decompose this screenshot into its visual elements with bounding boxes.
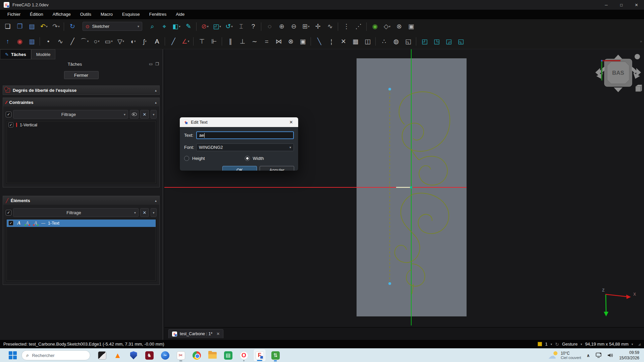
3d-viewport[interactable]: BAS Z X [164,49,644,327]
create-arc[interactable]: ⌒▾ [79,36,90,47]
refresh[interactable]: ↻ [67,21,78,32]
menu-item[interactable]: Édition [25,10,48,18]
tab-taches[interactable]: ✎ Tâches [0,49,31,59]
toggle-construction[interactable]: ╲ [314,36,325,47]
spreadsheet-icon[interactable]: ▤ [222,349,234,362]
internal-alignment[interactable]: ▣ [297,36,309,47]
dialog-title-bar[interactable]: F Edit Text ✕ [180,117,298,127]
height-radio[interactable]: Height [184,156,205,161]
menu-item[interactable]: Esquisse [117,10,145,18]
create-bspline[interactable]: ʃ▾ [139,36,151,47]
close-button[interactable]: ✕ [629,0,644,10]
undo[interactable]: ↶▾ [38,21,50,32]
element-row-1-text[interactable]: ✓ A A A — 1-Text [6,219,156,227]
layer-dropdown-icon[interactable]: ▾ [550,343,552,346]
create-rectangle[interactable]: ▭▾ [103,36,114,47]
chrome-icon[interactable] [190,349,203,362]
select-constraints[interactable]: ∴ [378,36,390,47]
constrain-tangent[interactable]: ∼ [249,36,260,47]
show-hide-constraints-button[interactable] [130,110,139,119]
constraints-settings-dropdown[interactable]: ▾ [151,110,157,119]
security-shield-icon[interactable] [127,349,140,362]
opera-icon[interactable]: O [237,349,250,362]
create-point[interactable]: • [43,36,54,47]
snipping-tool-icon[interactable]: ✂ [174,349,187,362]
nav-mini-cube-icon[interactable] [636,85,642,92]
font-dropdown[interactable]: WINGDNG2 ▾ [196,143,294,151]
weather-widget[interactable]: ☁ 10°C Ciel couvert [548,351,581,360]
minimize-button[interactable]: ─ [599,0,614,10]
view-right[interactable]: ◱ [455,36,467,47]
zoom-fit-all[interactable]: ⌕ [147,21,158,32]
create-circle[interactable]: ○▾ [91,36,102,47]
open-document[interactable]: ❐ [14,21,25,32]
create-slot[interactable]: ◖▾ [127,36,139,47]
constraints-filter-dropdown[interactable]: Filtrage ▾ [13,110,128,119]
sketch-origin-point[interactable] [410,186,413,189]
radio-circle-selected-icon[interactable] [245,156,250,161]
vlc-icon[interactable]: ▲ [111,349,124,362]
fermer-button[interactable]: Fermer [64,71,99,79]
leave-sketch[interactable]: ↑ [2,36,13,47]
extend-edge[interactable]: ⊗ [393,21,405,32]
ok-button[interactable]: OK [222,166,257,171]
menu-item[interactable]: Fenêtres [145,10,171,18]
bspline-join-curves[interactable]: ∿ [324,21,336,32]
extrude-face[interactable]: ▦ [350,36,361,47]
document-tab[interactable]: F test_Carbone : 1* ✕ [168,329,223,338]
float-panel-icon[interactable]: ▭ [149,62,153,66]
nav-up-arrow-icon[interactable] [614,55,623,59]
menu-item[interactable]: Outils [75,10,96,18]
new-document[interactable]: ❏ [2,21,13,32]
radio-circle-icon[interactable] [184,156,189,161]
bspline-increase-degree[interactable]: ⊕ [276,21,287,32]
construction-endpoint-bottom[interactable] [388,282,391,285]
nav-style-dropdown-icon[interactable]: ▾ [581,343,582,346]
updater-icon[interactable]: ⇅ [269,349,282,362]
view-section[interactable]: ▥ [26,36,38,47]
view-sketch[interactable]: ◉ [14,36,25,47]
menu-item[interactable]: Fichier [3,10,25,18]
carbon-copy[interactable]: ◍ [390,36,402,47]
navigation-cube[interactable]: BAS [592,52,642,97]
start-button[interactable] [9,351,17,359]
constraints-list[interactable]: ✓ 1-Vertical [6,121,156,184]
constrain-perpendicular[interactable]: ⊥ [237,36,248,47]
periodic-bspline[interactable]: ◉ [369,21,381,32]
elements-list[interactable]: ✓ A A A — 1-Text [6,219,156,281]
constrain-angle[interactable]: ∠▾ [180,36,191,47]
sketch-canvas[interactable] [164,49,644,327]
theme-toggle-icon[interactable] [96,349,108,362]
constraints-visibility-checkbox[interactable]: ✓ [6,112,11,117]
constrain-coincident[interactable]: ⊗ [285,36,297,47]
maximize-button[interactable]: □ [614,0,629,10]
text-input[interactable]: ae [196,131,294,139]
polygon-tool[interactable]: ◇▾ [381,21,393,32]
bspline-insert-knot[interactable]: ✢ [312,21,324,32]
menu-item[interactable]: Affichage [48,10,75,18]
menu-item[interactable]: Aide [171,10,189,18]
save-document[interactable]: ▤ [26,21,38,32]
collapse-arrow-icon[interactable]: ▴ [155,88,157,92]
collapse-arrow-icon[interactable]: ▴ [155,199,157,202]
elements-filter-dropdown[interactable]: Filtrage ▾ [13,208,139,217]
draw-style[interactable]: ◧▾ [171,21,182,32]
element-checkbox[interactable]: ✓ [8,221,13,226]
width-radio[interactable]: Width [245,156,264,161]
dimensions-dropdown-icon[interactable]: ▾ [632,343,633,346]
cancel-button[interactable]: Annuler [260,166,294,171]
constraint-checkbox[interactable]: ✓ [8,122,13,127]
whats-this[interactable]: ? [248,21,259,32]
constrain-symmetric[interactable]: ⋈ [273,36,284,47]
tray-expand-icon[interactable]: ∧ [586,353,590,358]
constrain-equal[interactable]: = [261,36,272,47]
select-origin[interactable]: ¦ [326,36,337,47]
measure[interactable]: ⌶ [235,21,247,32]
tab-modele[interactable]: Modèle [31,49,56,59]
freecad-icon[interactable]: F [253,349,266,362]
create-line[interactable]: ╱ [67,36,78,47]
layer-color-swatch[interactable] [538,342,542,346]
toolbar-overflow-icon[interactable]: » [640,39,644,43]
create-polygon[interactable]: ▽▾ [115,36,126,47]
network-display-icon[interactable] [595,353,602,358]
